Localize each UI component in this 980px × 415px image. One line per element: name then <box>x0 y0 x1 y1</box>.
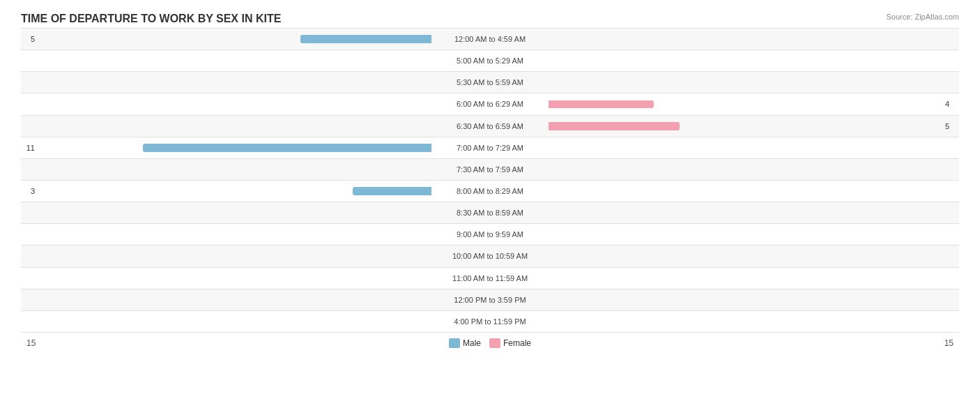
male-legend-label: Male <box>463 338 481 348</box>
chart-row: 5:30 AM to 5:59 AM <box>21 71 959 93</box>
chart-row: 5 12:00 AM to 4:59 AM <box>21 28 959 50</box>
right-bar-wrap <box>549 33 942 45</box>
male-value: 3 <box>21 187 35 195</box>
male-legend-box <box>449 338 460 348</box>
legend-male: Male <box>449 338 481 348</box>
right-bar-wrap <box>549 120 942 133</box>
right-section <box>546 311 959 332</box>
left-bar-wrap <box>38 250 431 262</box>
female-legend-box <box>489 338 500 348</box>
left-bar-wrap <box>38 142 431 154</box>
right-bar-wrap <box>549 228 942 241</box>
chart-row: 6:30 AM to 6:59 AM 5 <box>21 115 959 137</box>
time-label: 6:00 AM to 6:29 AM <box>434 100 546 108</box>
right-section <box>546 268 959 289</box>
right-section <box>546 50 959 71</box>
left-section <box>21 289 434 310</box>
right-section <box>546 289 959 310</box>
left-section <box>21 268 434 289</box>
bottom-left-value: 15 <box>21 338 490 348</box>
right-bar-wrap <box>549 54 942 67</box>
female-value: 5 <box>945 122 959 130</box>
chart-area: 5 12:00 AM to 4:59 AM 5:00 AM to 5:29 AM <box>21 28 959 354</box>
time-label: 8:30 AM to 8:59 AM <box>434 209 546 217</box>
left-section <box>21 246 434 266</box>
time-label: 5:30 AM to 5:59 AM <box>434 78 546 86</box>
male-value: 11 <box>21 144 35 152</box>
time-label: 7:00 AM to 7:29 AM <box>434 144 546 152</box>
female-bar <box>549 122 680 130</box>
chart-row: 4:00 PM to 11:59 PM <box>21 310 959 333</box>
right-section <box>546 137 959 158</box>
time-label: 12:00 AM to 4:59 AM <box>434 35 546 43</box>
chart-row: 7:30 AM to 7:59 AM <box>21 158 959 180</box>
right-bar-wrap <box>549 142 942 154</box>
chart-row: 5:00 AM to 5:29 AM <box>21 50 959 71</box>
bottom-right-value: 15 <box>490 338 959 348</box>
right-bar-wrap <box>549 185 942 197</box>
time-label: 12:00 PM to 3:59 PM <box>434 296 546 304</box>
right-bar-wrap <box>549 76 942 89</box>
chart-container: TIME OF DEPARTURE TO WORK BY SEX IN KITE… <box>0 0 980 415</box>
left-bar-wrap <box>38 185 431 197</box>
chart-row: 11:00 AM to 11:59 AM <box>21 267 959 289</box>
chart-row: 11 7:00 AM to 7:29 AM <box>21 137 959 158</box>
chart-row: 9:00 AM to 9:59 AM <box>21 223 959 245</box>
chart-title: TIME OF DEPARTURE TO WORK BY SEX IN KITE <box>21 13 959 25</box>
right-section <box>546 181 959 202</box>
right-section <box>546 202 959 223</box>
left-section <box>21 224 434 245</box>
left-bar-wrap <box>38 163 431 176</box>
right-section <box>546 246 959 266</box>
source-label: Source: ZipAtlas.com <box>886 13 959 21</box>
right-bar-wrap <box>549 163 942 176</box>
time-label: 5:00 AM to 5:29 AM <box>434 56 546 65</box>
left-bar-wrap <box>38 120 431 133</box>
bottom-legend: Male Female <box>449 338 531 348</box>
time-label: 10:00 AM to 10:59 AM <box>434 252 546 260</box>
left-bar-wrap <box>38 228 431 241</box>
left-bar-wrap <box>38 76 431 89</box>
male-value: 5 <box>21 35 35 43</box>
time-label: 9:00 AM to 9:59 AM <box>434 230 546 239</box>
chart-row: 8:30 AM to 8:59 AM <box>21 202 959 223</box>
left-section <box>21 202 434 223</box>
right-bar-wrap <box>549 272 942 285</box>
right-bar-wrap <box>549 315 942 328</box>
left-section <box>21 116 434 137</box>
right-section <box>546 29 959 50</box>
left-section <box>21 93 434 114</box>
male-bar <box>143 144 431 152</box>
male-bar <box>300 35 431 43</box>
time-label: 8:00 AM to 8:29 AM <box>434 187 546 195</box>
left-section <box>21 72 434 93</box>
left-section <box>21 159 434 180</box>
right-section: 4 <box>546 93 959 114</box>
left-section: 3 <box>21 181 434 202</box>
left-bar-wrap <box>38 272 431 285</box>
chart-row: 10:00 AM to 10:59 AM <box>21 245 959 266</box>
time-label: 7:30 AM to 7:59 AM <box>434 165 546 174</box>
male-bar <box>353 187 431 195</box>
left-section: 11 <box>21 137 434 158</box>
chart-row: 3 8:00 AM to 8:29 AM <box>21 180 959 202</box>
left-bar-wrap <box>38 98 431 110</box>
time-label: 6:30 AM to 6:59 AM <box>434 122 546 130</box>
legend-female: Female <box>489 338 531 348</box>
left-section <box>21 50 434 71</box>
right-bar-wrap <box>549 250 942 262</box>
left-bar-wrap <box>38 33 431 45</box>
left-bar-wrap <box>38 294 431 306</box>
rows-container: 5 12:00 AM to 4:59 AM 5:00 AM to 5:29 AM <box>21 28 959 333</box>
chart-row: 6:00 AM to 6:29 AM 4 <box>21 93 959 114</box>
right-bar-wrap <box>549 294 942 306</box>
chart-row: 12:00 PM to 3:59 PM <box>21 289 959 310</box>
female-bar <box>549 100 654 109</box>
right-section <box>546 72 959 93</box>
left-bar-wrap <box>38 54 431 67</box>
time-label: 4:00 PM to 11:59 PM <box>434 317 546 326</box>
right-section: 5 <box>546 116 959 137</box>
right-bar-wrap <box>549 206 942 219</box>
right-section <box>546 159 959 180</box>
right-section <box>546 224 959 245</box>
